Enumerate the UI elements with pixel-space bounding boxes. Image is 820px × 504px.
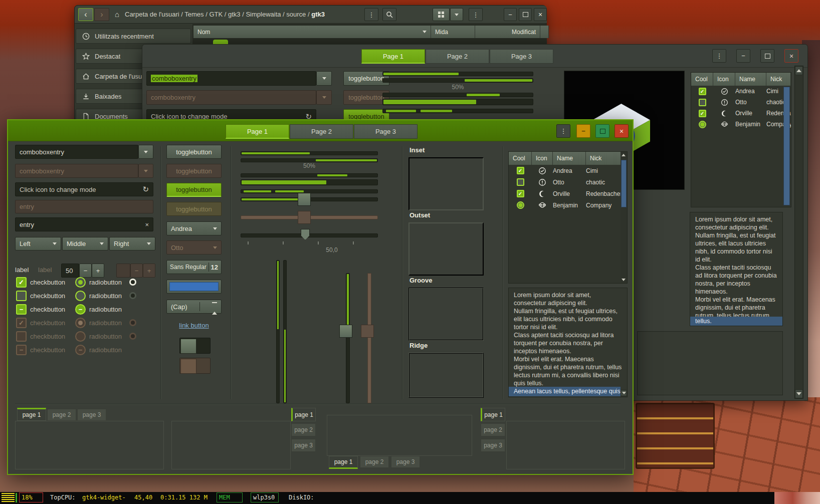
sidebar-item-recent[interactable]: Utilitzats recentment — [76, 29, 191, 44]
combo-middle[interactable]: Middle — [62, 237, 108, 250]
radiobutton-indeterminate[interactable]: − — [75, 304, 86, 315]
check-on[interactable]: ✓ — [517, 167, 524, 174]
notebook3-tab-page2[interactable]: page 2 — [360, 456, 389, 468]
notebook1-tab-page1[interactable]: page 1 — [17, 408, 46, 421]
textview-front[interactable]: Lorem ipsum dolor sit amet, consectetur … — [508, 288, 628, 397]
scroll-up-icon[interactable] — [622, 154, 626, 156]
view-options-button[interactable] — [450, 8, 463, 21]
notebook4-tab-page2[interactable]: page 2 — [481, 423, 505, 436]
checkbutton-unchecked[interactable] — [16, 291, 27, 301]
tree-row[interactable]: ✓ Orville Redenbacher — [509, 188, 627, 199]
tree-header-name[interactable]: Name — [553, 152, 586, 165]
tab-page3[interactable]: Page 3 — [490, 49, 553, 64]
togglebutton-active[interactable]: togglebutton — [166, 183, 222, 197]
forward-button[interactable]: › — [94, 8, 109, 21]
hscale-handle[interactable] — [301, 229, 310, 240]
radiobutton-selected[interactable] — [75, 277, 86, 288]
column-header-size[interactable]: Mida — [431, 26, 475, 38]
vslider-handle[interactable] — [339, 325, 352, 338]
refresh-icon[interactable]: ↻ — [142, 185, 149, 194]
scroll-down-button[interactable] — [795, 389, 803, 398]
tree-scrollbar-slider[interactable] — [783, 87, 790, 205]
radio-on[interactable] — [699, 121, 706, 128]
notebook4-tab-page3[interactable]: page 3 — [481, 439, 505, 452]
search-button[interactable] — [382, 8, 396, 21]
tree-header-icon[interactable]: Icon — [532, 152, 553, 165]
tree-row[interactable]: Otto chaotic — [509, 176, 627, 188]
maximize-button[interactable] — [519, 8, 532, 21]
tree-header-nick[interactable]: Nick — [766, 73, 791, 86]
column-header-modified[interactable]: Modificat — [475, 26, 540, 38]
comboboxentry-input[interactable]: comboboxentry — [146, 71, 316, 86]
spin-plus-button[interactable]: + — [92, 264, 104, 278]
tree-header-cool[interactable]: Cool — [691, 73, 713, 86]
tab-page3[interactable]: Page 3 — [354, 124, 418, 139]
tree-header-cool[interactable]: Cool — [509, 152, 532, 165]
file-chooser-button[interactable]: (Cap) — [166, 300, 222, 314]
notebook2-tab-page2[interactable]: page 2 — [291, 423, 316, 436]
notebook3-tab-page1[interactable]: page 1 — [329, 456, 358, 469]
small-radio-selected[interactable] — [129, 279, 136, 286]
tab-page1[interactable]: Page 1 — [361, 49, 425, 64]
tree-scrollbar[interactable] — [621, 152, 627, 283]
tree-row[interactable]: ✓ Orville Redenbacher — [691, 108, 791, 119]
check-on[interactable]: ✓ — [517, 190, 524, 197]
clear-icon[interactable]: × — [145, 221, 149, 228]
minimize-button[interactable]: − — [736, 49, 750, 63]
notebook3-tab-page3[interactable]: page 3 — [391, 456, 420, 468]
togglebutton[interactable]: togglebutton — [166, 145, 222, 159]
tree-header-icon[interactable]: Icon — [713, 73, 735, 86]
comboboxentry-input[interactable]: comboboxentry — [15, 145, 138, 159]
color-button[interactable] — [166, 280, 222, 294]
minimize-button[interactable]: − — [576, 124, 590, 138]
minimize-button[interactable]: − — [504, 8, 517, 21]
spin-minus-button[interactable]: − — [79, 264, 92, 278]
breadcrumb[interactable]: Carpeta de l'usuari / Temes / GTK / gtk3… — [125, 11, 405, 18]
tab-page2[interactable]: Page 2 — [426, 49, 489, 64]
checkbutton-indeterminate[interactable]: − — [16, 304, 27, 315]
tree-row[interactable]: Benjamin Company — [509, 199, 627, 211]
mode-entry[interactable]: Click icon to change mode ↻ — [15, 182, 153, 196]
view-grid-button[interactable] — [433, 8, 450, 21]
check-off[interactable] — [699, 99, 706, 106]
check-off[interactable] — [517, 178, 524, 186]
tab-page2[interactable]: Page 2 — [290, 124, 353, 139]
close-button[interactable]: × — [784, 49, 798, 63]
name-combobox[interactable]: Andrea — [166, 221, 222, 235]
font-button[interactable]: Sans Regular 12 — [166, 260, 222, 274]
hslider-handle[interactable] — [298, 193, 311, 206]
tree-header-name[interactable]: Name — [735, 73, 766, 86]
check-on[interactable]: ✓ — [699, 88, 706, 95]
notebook2-tab-page1[interactable]: page 1 — [291, 408, 316, 421]
scroll-down-button[interactable] — [621, 390, 627, 396]
maximize-button[interactable] — [595, 124, 609, 138]
small-radio-dim[interactable] — [129, 292, 136, 299]
close-button[interactable]: × — [614, 124, 629, 138]
comboboxentry-arrow-button[interactable] — [316, 71, 332, 86]
combo-right[interactable]: Right — [109, 237, 155, 250]
tree-row[interactable]: Benjamin Company — [691, 119, 791, 130]
tree-row[interactable]: ✓ Andrea Cimi — [509, 165, 627, 176]
combo-left[interactable]: Left — [15, 237, 61, 250]
back-button[interactable]: ‹ — [78, 8, 93, 21]
column-header-name[interactable]: Nom — [193, 26, 431, 38]
radio-on[interactable] — [517, 201, 524, 209]
scrollbar-vertical[interactable] — [794, 66, 803, 399]
notebook2-tab-page3[interactable]: page 3 — [291, 439, 316, 452]
scroll-down-icon[interactable] — [622, 279, 626, 281]
entry[interactable]: entry × — [15, 217, 153, 231]
vslider-trough[interactable] — [346, 273, 350, 403]
textview-back[interactable]: Lorem ipsum dolor sit amet, consectetur … — [690, 212, 783, 326]
tree-row[interactable]: ✓ Andrea Cimi — [691, 86, 791, 97]
comboboxentry-arrow-button[interactable] — [138, 145, 153, 159]
spinbutton-value[interactable]: 50 — [61, 264, 79, 278]
notebook1-tab-page2[interactable]: page 2 — [47, 409, 76, 421]
notebook1-tab-page3[interactable]: page 3 — [77, 409, 106, 421]
menu-button[interactable]: ⋮ — [556, 124, 570, 138]
tree-row[interactable]: Otto chaotic — [691, 97, 791, 108]
tab-page1[interactable]: Page 1 — [226, 124, 289, 139]
check-on[interactable]: ✓ — [699, 110, 706, 117]
path-menu-button[interactable]: ⋮ — [364, 8, 378, 21]
checkbutton-checked[interactable]: ✓ — [16, 277, 27, 288]
notebook4-tab-page1[interactable]: page 1 — [481, 408, 505, 421]
